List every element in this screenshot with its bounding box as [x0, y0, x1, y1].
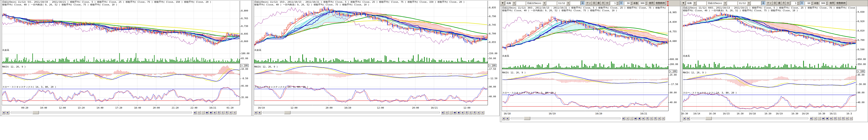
toolbar-dropdown-button[interactable]: ▼ [501, 1, 505, 5]
chevron-down-icon[interactable]: ▼ [566, 1, 570, 5]
scroll-left-button[interactable]: ◀ [683, 117, 686, 120]
scroll-track[interactable] [510, 117, 621, 119]
chart-tool-button-8[interactable]: R [841, 117, 845, 120]
chevron-down-icon[interactable]: ▼ [542, 1, 546, 5]
symbol-select[interactable]: 日経225mini ▼ [526, 1, 556, 5]
chart-canvas[interactable] [0, 0, 252, 106]
count-spinner[interactable]: 1 ▲▼ [610, 1, 619, 5]
multi-symbol-button[interactable]: 複数銘柄 [655, 1, 666, 5]
scroll-right-button[interactable]: ▶ [6, 111, 9, 114]
period-button-3[interactable]: 月 [601, 1, 605, 5]
spin-up-icon[interactable]: ▲ [630, 1, 632, 3]
chart-tool-button-8[interactable]: R [473, 111, 476, 114]
apply-button[interactable]: 適用 [648, 1, 654, 5]
ashi-button[interactable]: 足 [581, 1, 585, 5]
contract-select[interactable]: 11/12 ▼ [738, 1, 761, 5]
scroll-track[interactable] [691, 117, 808, 119]
market-select[interactable]: 先物 ▼ [505, 1, 525, 5]
chart-tool-button-3[interactable]: ◀▶ [205, 111, 209, 114]
chart-tool-button-1[interactable]: + [626, 117, 629, 120]
chevron-down-icon[interactable]: ▼ [512, 1, 516, 5]
chart-tool-button-9[interactable]: ⊕ [229, 111, 232, 114]
chevron-down-icon[interactable]: ▼ [723, 1, 727, 5]
chart-tool-button-3[interactable]: ◀▶ [453, 111, 457, 114]
scroll-right-button[interactable]: ▶ [686, 117, 690, 120]
chart-tool-button-2[interactable]: - [630, 117, 633, 120]
chart-tool-button-4[interactable]: ■ [457, 111, 461, 114]
chart-tool-button-7[interactable]: L [650, 117, 653, 120]
scroll-right-button[interactable]: ▶ [506, 117, 509, 120]
spin-up-icon[interactable]: ▲ [645, 1, 647, 3]
count-unit-button[interactable]: 分 [800, 1, 804, 5]
period-button-4[interactable]: 分 [605, 1, 610, 5]
chart-tool-button-6[interactable]: D [646, 117, 649, 120]
spin-up-icon[interactable]: ▲ [797, 1, 799, 3]
count-spinner[interactable]: 1 ▲▼ [791, 1, 799, 5]
chart-tool-button-5[interactable]: ▶ [829, 117, 833, 120]
chart-tool-button-6[interactable]: D [465, 111, 468, 114]
chart-tool-button-7[interactable]: L [221, 111, 224, 114]
chart-tool-button-5[interactable]: ▶ [213, 111, 217, 114]
interval-spinner[interactable]: 60 ▲▼ [805, 1, 813, 5]
period-button-2[interactable]: 週 [777, 1, 781, 5]
chart-canvas[interactable] [500, 0, 680, 111]
chart-tool-button-8[interactable]: R [225, 111, 228, 114]
market-select[interactable]: 先物 ▼ [686, 1, 706, 5]
chart-tool-button-6[interactable]: D [217, 111, 221, 114]
chart-tool-button-0[interactable]: ◀| [193, 111, 197, 114]
chevron-down-icon[interactable]: ▼ [747, 1, 751, 5]
spin-down-icon[interactable]: ▼ [645, 3, 647, 5]
chart-tool-button-10[interactable]: ✕ [481, 111, 484, 114]
chart-tool-button-5[interactable]: ▶ [461, 111, 464, 114]
chart-tool-button-0[interactable]: ◀| [441, 111, 445, 114]
count-unit-button[interactable]: 分 [619, 1, 623, 5]
spin-down-icon[interactable]: ▼ [797, 3, 799, 5]
chart-tool-button-9[interactable]: ⊕ [477, 111, 480, 114]
scroll-right-button[interactable]: ▶ [258, 111, 261, 114]
chart-tool-button-6[interactable]: D [833, 117, 837, 120]
period-button-1[interactable]: 日 [592, 1, 596, 5]
scroll-track[interactable] [11, 112, 192, 113]
symbol-select[interactable]: 日経225mini ▼ [707, 1, 737, 5]
bars-count-spinner[interactable]: 300 ▲▼ [639, 1, 647, 5]
chart-tool-button-10[interactable]: ✕ [661, 117, 665, 120]
chart-tool-button-4[interactable]: ■ [209, 111, 213, 114]
chart-tool-button-1[interactable]: + [445, 111, 448, 114]
chart-tool-button-4[interactable]: ■ [826, 117, 829, 120]
chart-tool-button-2[interactable]: - [449, 111, 453, 114]
spin-down-icon[interactable]: ▼ [630, 3, 632, 5]
chart-tool-button-9[interactable]: ⊕ [845, 117, 849, 120]
chart-canvas[interactable] [681, 0, 868, 111]
apply-button[interactable]: 適用 [829, 1, 835, 5]
scroll-thumb[interactable] [524, 117, 530, 120]
chevron-down-icon[interactable]: ▼ [693, 1, 697, 5]
scroll-left-button[interactable]: ◀ [2, 111, 5, 114]
scroll-left-button[interactable]: ◀ [502, 117, 505, 120]
chart-tool-button-1[interactable]: + [813, 117, 817, 120]
scroll-thumb[interactable] [706, 117, 712, 120]
period-button-4[interactable]: 分 [786, 1, 790, 5]
scroll-thumb[interactable] [33, 111, 39, 114]
chart-tool-button-0[interactable]: ◀| [810, 117, 813, 120]
period-button-0[interactable]: ティ [766, 1, 773, 5]
chart-tool-button-3[interactable]: ◀▶ [822, 117, 825, 120]
ashi-button[interactable]: 足 [762, 1, 766, 5]
bars-count-spinner[interactable]: 300 ▲▼ [819, 1, 828, 5]
scroll-left-button[interactable]: ◀ [254, 111, 257, 114]
chart-tool-button-8[interactable]: R [653, 117, 657, 120]
period-button-0[interactable]: ティ [586, 1, 592, 5]
spin-up-icon[interactable]: ▲ [616, 1, 618, 3]
chart-tool-button-0[interactable]: ◀| [622, 117, 625, 120]
chart-tool-button-9[interactable]: ⊕ [657, 117, 661, 120]
chart-tool-button-2[interactable]: - [817, 117, 821, 120]
multi-symbol-button[interactable]: 複数銘柄 [836, 1, 846, 5]
toolbar-dropdown-button[interactable]: ▼ [681, 1, 685, 5]
spin-down-icon[interactable]: ▼ [811, 3, 813, 5]
chart-tool-button-3[interactable]: ◀▶ [634, 117, 637, 120]
chart-tool-button-4[interactable]: ■ [638, 117, 641, 120]
chart-tool-button-7[interactable]: L [837, 117, 841, 120]
chart-tool-button-1[interactable]: + [197, 111, 201, 114]
spin-up-icon[interactable]: ▲ [826, 1, 828, 3]
period-button-3[interactable]: 月 [782, 1, 786, 5]
contract-select[interactable]: 11/12 ▼ [557, 1, 580, 5]
